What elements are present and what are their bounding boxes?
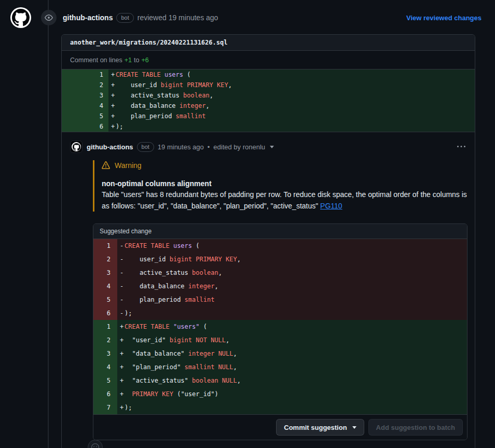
code-content: +CREATE TABLE users ( bbox=[108, 69, 475, 80]
code-content: + "active_status" boolean NULL, bbox=[117, 374, 467, 387]
code-line: 6+); bbox=[62, 121, 475, 132]
suggestion-deletion-block: 1-CREATE TABLE users (2- user_id bigint … bbox=[93, 239, 467, 320]
line-number: 5 bbox=[62, 111, 108, 121]
range-start: +1 bbox=[125, 57, 132, 64]
code-line: 6+ PRIMARY KEY ("user_id") bbox=[93, 387, 467, 401]
range-prefix: Comment on lines bbox=[70, 57, 122, 64]
diff-marker: + bbox=[108, 69, 116, 80]
avatar[interactable] bbox=[70, 141, 82, 153]
code-content: + PRIMARY KEY ("user_id") bbox=[117, 387, 467, 401]
diff-marker: - bbox=[117, 306, 125, 320]
review-event-header: github-actions bot reviewed 19 minutes a… bbox=[10, 7, 482, 28]
diff-marker: + bbox=[108, 90, 116, 101]
commit-suggestion-button[interactable]: Commit suggestion bbox=[276, 419, 364, 436]
diff-marker: + bbox=[117, 347, 125, 360]
line-number: 4 bbox=[93, 360, 117, 374]
code-content: -CREATE TABLE users ( bbox=[117, 239, 467, 253]
dropdown-caret-icon[interactable] bbox=[352, 426, 356, 429]
line-number: 6 bbox=[93, 306, 117, 320]
code-line: 6-); bbox=[93, 306, 467, 320]
code-content: +); bbox=[117, 401, 467, 414]
diff-marker: + bbox=[117, 320, 125, 333]
line-number: 5 bbox=[93, 293, 117, 306]
comment-author[interactable]: github-actions bbox=[87, 143, 133, 151]
suggested-change-container: Suggested change 1-CREATE TABLE users (2… bbox=[93, 223, 468, 440]
code-content: - data_balance integer, bbox=[117, 279, 467, 293]
kebab-menu-button[interactable] bbox=[456, 142, 466, 152]
code-content: +CREATE TABLE "users" ( bbox=[117, 320, 467, 333]
line-number: 1 bbox=[93, 239, 117, 253]
diff-marker: - bbox=[117, 293, 125, 306]
review-event-text: github-actions bot reviewed 19 minutes a… bbox=[63, 13, 406, 23]
code-content: + "data_balance" integer NULL, bbox=[117, 347, 467, 360]
avatar[interactable] bbox=[10, 7, 31, 28]
github-octocat-icon bbox=[73, 143, 80, 151]
code-content: - user_id bigint PRIMARY KEY, bbox=[117, 253, 467, 266]
code-line: 1+CREATE TABLE users ( bbox=[62, 69, 475, 80]
suggestion-footer: Commit suggestion Add suggestion to batc… bbox=[93, 414, 467, 440]
code-content: - active_status boolean, bbox=[117, 266, 467, 279]
github-octocat-icon bbox=[12, 9, 30, 26]
code-content: + user_id bigint PRIMARY KEY, bbox=[108, 80, 475, 90]
warning-label: Warning bbox=[102, 160, 466, 171]
line-number: 2 bbox=[93, 333, 117, 347]
range-end: +6 bbox=[141, 57, 148, 64]
diff-marker: + bbox=[108, 111, 116, 121]
warning-label-text: Warning bbox=[115, 161, 142, 170]
diff-marker: + bbox=[108, 121, 116, 132]
diff-marker: + bbox=[108, 80, 116, 90]
warning-body: Table "users" has 8 redundant bytes of p… bbox=[102, 189, 469, 212]
range-mid: to bbox=[134, 57, 139, 64]
line-number: 7 bbox=[93, 401, 117, 414]
diff-marker: - bbox=[117, 279, 125, 293]
diff-marker: - bbox=[117, 239, 125, 253]
suggested-change-header: Suggested change bbox=[93, 224, 467, 239]
code-line: 5- plan_period smallint bbox=[93, 293, 467, 306]
diff-marker: + bbox=[108, 101, 116, 111]
code-line: 4+ data_balance integer, bbox=[62, 101, 475, 111]
avatar-disc bbox=[72, 142, 81, 151]
diff-marker: + bbox=[117, 374, 125, 387]
diff-block: 1+CREATE TABLE users (2+ user_id bigint … bbox=[62, 69, 475, 132]
pg110-link[interactable]: PG110 bbox=[320, 202, 342, 210]
comment-range-row: Comment on lines +1 to +6 bbox=[62, 51, 475, 69]
code-line: 2+ user_id bigint PRIMARY KEY, bbox=[62, 80, 475, 90]
file-header[interactable]: another_work/migrations/20240221131626.s… bbox=[62, 35, 475, 51]
line-number: 2 bbox=[62, 80, 108, 90]
diff-marker: - bbox=[117, 266, 125, 279]
timeline-line bbox=[48, 0, 49, 448]
code-line: 3- active_status boolean, bbox=[93, 266, 467, 279]
code-line: 3+ "data_balance" integer NULL, bbox=[93, 347, 467, 360]
diff-marker: + bbox=[117, 360, 125, 374]
diff-marker: - bbox=[117, 253, 125, 266]
code-content: + plan_period smallint bbox=[108, 111, 475, 121]
suggestion-addition-block: 1+CREATE TABLE "users" (2+ "user_id" big… bbox=[93, 320, 467, 414]
code-content: - plan_period smallint bbox=[117, 293, 467, 306]
add-suggestion-to-batch-button: Add suggestion to batch bbox=[368, 419, 463, 436]
smiley-face-icon bbox=[91, 443, 100, 448]
view-reviewed-changes-link[interactable]: View reviewed changes bbox=[406, 14, 482, 22]
code-line: 1-CREATE TABLE users ( bbox=[93, 239, 467, 253]
comment-timestamp[interactable]: 19 minutes ago bbox=[158, 143, 204, 151]
file-path[interactable]: another_work/migrations/20240221131626.s… bbox=[70, 39, 227, 46]
review-author[interactable]: github-actions bbox=[63, 13, 113, 22]
code-content: + data_balance integer, bbox=[108, 101, 475, 111]
warning-block: Warning non-optimal columns alignment Ta… bbox=[93, 160, 466, 212]
line-number: 5 bbox=[93, 374, 117, 387]
review-eye-badge bbox=[41, 10, 57, 25]
line-number: 2 bbox=[93, 253, 117, 266]
code-content: + "plan_period" smallint NULL, bbox=[117, 360, 467, 374]
comment-meta: github-actions bot 19 minutes ago • edit… bbox=[87, 142, 452, 152]
line-number: 6 bbox=[93, 387, 117, 401]
edited-by-text[interactable]: edited by ronenlu bbox=[213, 143, 265, 151]
code-content: -); bbox=[117, 306, 467, 320]
suggested-change-label: Suggested change bbox=[100, 228, 152, 235]
code-line: 2- user_id bigint PRIMARY KEY, bbox=[93, 253, 467, 266]
line-number: 4 bbox=[93, 279, 117, 293]
code-line: 4- data_balance integer, bbox=[93, 279, 467, 293]
code-line: 2+ "user_id" bigint NOT NULL, bbox=[93, 333, 467, 347]
code-line: 4+ "plan_period" smallint NULL, bbox=[93, 360, 467, 374]
chevron-down-icon[interactable] bbox=[270, 146, 274, 148]
comment-header: github-actions bot 19 minutes ago • edit… bbox=[70, 141, 466, 153]
code-line: 1+CREATE TABLE "users" ( bbox=[93, 320, 467, 333]
